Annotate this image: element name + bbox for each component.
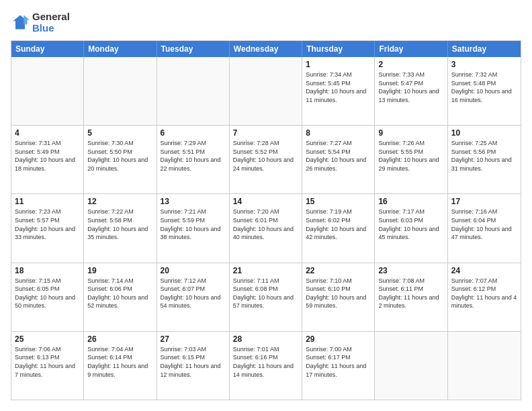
calendar-header-cell: Friday	[375, 41, 447, 57]
day-info: Sunrise: 7:15 AMSunset: 6:05 PMDaylight:…	[15, 277, 80, 310]
day-number: 18	[15, 266, 80, 275]
calendar-cell: 8Sunrise: 7:27 AMSunset: 5:54 PMDaylight…	[302, 126, 375, 193]
day-info: Sunrise: 7:29 AMSunset: 5:51 PMDaylight:…	[161, 139, 226, 173]
calendar-cell: 1Sunrise: 7:34 AMSunset: 5:45 PMDaylight…	[302, 57, 375, 125]
calendar-cell: 21Sunrise: 7:11 AMSunset: 6:08 PMDayligh…	[230, 263, 302, 331]
day-number: 29	[306, 334, 371, 344]
day-info: Sunrise: 7:14 AMSunset: 6:06 PMDaylight:…	[87, 277, 152, 310]
day-number: 12	[87, 197, 152, 206]
day-info: Sunrise: 7:21 AMSunset: 5:59 PMDaylight:…	[161, 208, 226, 241]
day-number: 15	[306, 197, 371, 206]
day-info: Sunrise: 7:20 AMSunset: 6:01 PMDaylight:…	[233, 208, 298, 241]
calendar-cell: 5Sunrise: 7:30 AMSunset: 5:50 PMDaylight…	[84, 126, 157, 193]
day-info: Sunrise: 7:26 AMSunset: 5:55 PMDaylight:…	[378, 139, 443, 173]
calendar-cell: 28Sunrise: 7:01 AMSunset: 6:16 PMDayligh…	[230, 332, 302, 400]
day-info: Sunrise: 7:30 AMSunset: 5:50 PMDaylight:…	[87, 139, 152, 173]
calendar-cell: 15Sunrise: 7:19 AMSunset: 6:02 PMDayligh…	[302, 194, 375, 262]
day-number: 11	[15, 197, 80, 206]
calendar-header-cell: Sunday	[11, 41, 84, 57]
calendar-week: 11Sunrise: 7:23 AMSunset: 5:57 PMDayligh…	[11, 194, 521, 263]
day-info: Sunrise: 7:33 AMSunset: 5:47 PMDaylight:…	[378, 71, 443, 104]
calendar-cell: 16Sunrise: 7:17 AMSunset: 6:03 PMDayligh…	[375, 194, 447, 262]
day-info: Sunrise: 7:12 AMSunset: 6:07 PMDaylight:…	[161, 277, 226, 310]
day-number: 17	[451, 197, 517, 206]
calendar-cell: 7Sunrise: 7:28 AMSunset: 5:52 PMDaylight…	[230, 126, 302, 193]
day-info: Sunrise: 7:00 AMSunset: 6:17 PMDaylight:…	[306, 345, 371, 379]
header: General Blue	[11, 11, 521, 34]
calendar-cell	[11, 57, 84, 125]
calendar-cell: 25Sunrise: 7:06 AMSunset: 6:13 PMDayligh…	[11, 332, 84, 400]
day-number: 27	[161, 334, 226, 344]
calendar-header-cell: Saturday	[448, 41, 521, 57]
calendar-cell: 24Sunrise: 7:07 AMSunset: 6:12 PMDayligh…	[448, 263, 521, 331]
calendar-week: 4Sunrise: 7:31 AMSunset: 5:49 PMDaylight…	[11, 126, 521, 194]
day-number: 25	[15, 334, 80, 344]
day-number: 22	[306, 266, 371, 275]
calendar-header-cell: Monday	[84, 41, 157, 57]
calendar-header-cell: Tuesday	[157, 41, 230, 57]
calendar-cell: 10Sunrise: 7:25 AMSunset: 5:56 PMDayligh…	[448, 126, 521, 193]
day-info: Sunrise: 7:16 AMSunset: 6:04 PMDaylight:…	[451, 208, 517, 241]
day-number: 4	[15, 128, 80, 138]
day-info: Sunrise: 7:25 AMSunset: 5:56 PMDaylight:…	[451, 139, 517, 173]
calendar-cell: 17Sunrise: 7:16 AMSunset: 6:04 PMDayligh…	[448, 194, 521, 262]
calendar-cell: 29Sunrise: 7:00 AMSunset: 6:17 PMDayligh…	[302, 332, 375, 400]
day-info: Sunrise: 7:01 AMSunset: 6:16 PMDaylight:…	[233, 345, 298, 379]
day-number: 8	[306, 128, 371, 138]
day-info: Sunrise: 7:31 AMSunset: 5:49 PMDaylight:…	[15, 139, 80, 173]
calendar-cell	[230, 57, 302, 125]
calendar-cell: 12Sunrise: 7:22 AMSunset: 5:58 PMDayligh…	[84, 194, 157, 262]
calendar-cell	[375, 332, 447, 400]
logo-text: General Blue	[32, 11, 70, 34]
calendar-week: 18Sunrise: 7:15 AMSunset: 6:05 PMDayligh…	[11, 263, 521, 332]
day-info: Sunrise: 7:23 AMSunset: 5:57 PMDaylight:…	[15, 208, 80, 241]
calendar-cell: 18Sunrise: 7:15 AMSunset: 6:05 PMDayligh…	[11, 263, 84, 331]
day-info: Sunrise: 7:17 AMSunset: 6:03 PMDaylight:…	[378, 208, 443, 241]
calendar-cell	[157, 57, 230, 125]
day-info: Sunrise: 7:10 AMSunset: 6:10 PMDaylight:…	[306, 277, 371, 310]
day-info: Sunrise: 7:08 AMSunset: 6:11 PMDaylight:…	[378, 277, 443, 310]
day-info: Sunrise: 7:19 AMSunset: 6:02 PMDaylight:…	[306, 208, 371, 241]
day-info: Sunrise: 7:06 AMSunset: 6:13 PMDaylight:…	[15, 345, 80, 379]
calendar-week: 1Sunrise: 7:34 AMSunset: 5:45 PMDaylight…	[11, 57, 521, 126]
day-info: Sunrise: 7:03 AMSunset: 6:15 PMDaylight:…	[161, 345, 226, 379]
day-number: 24	[451, 266, 517, 275]
day-number: 13	[161, 197, 226, 206]
calendar-cell: 6Sunrise: 7:29 AMSunset: 5:51 PMDaylight…	[157, 126, 230, 193]
day-number: 21	[233, 266, 298, 275]
calendar-cell: 2Sunrise: 7:33 AMSunset: 5:47 PMDaylight…	[375, 57, 447, 125]
day-info: Sunrise: 7:32 AMSunset: 5:48 PMDaylight:…	[451, 71, 517, 104]
calendar: SundayMondayTuesdayWednesdayThursdayFrid…	[11, 40, 521, 400]
svg-marker-1	[24, 15, 30, 25]
calendar-header-cell: Thursday	[302, 41, 375, 57]
calendar-cell: 9Sunrise: 7:26 AMSunset: 5:55 PMDaylight…	[375, 126, 447, 193]
day-number: 3	[451, 60, 517, 69]
day-number: 10	[451, 128, 517, 138]
calendar-cell	[448, 332, 521, 400]
calendar-cell: 26Sunrise: 7:04 AMSunset: 6:14 PMDayligh…	[84, 332, 157, 400]
day-number: 9	[378, 128, 443, 138]
calendar-cell: 14Sunrise: 7:20 AMSunset: 6:01 PMDayligh…	[230, 194, 302, 262]
calendar-cell: 23Sunrise: 7:08 AMSunset: 6:11 PMDayligh…	[375, 263, 447, 331]
day-number: 14	[233, 197, 298, 206]
day-info: Sunrise: 7:34 AMSunset: 5:45 PMDaylight:…	[306, 71, 371, 104]
page: General Blue SundayMondayTuesdayWednesda…	[0, 0, 532, 411]
day-number: 6	[161, 128, 226, 138]
day-info: Sunrise: 7:28 AMSunset: 5:52 PMDaylight:…	[233, 139, 298, 173]
calendar-cell: 27Sunrise: 7:03 AMSunset: 6:15 PMDayligh…	[157, 332, 230, 400]
day-number: 28	[233, 334, 298, 344]
day-number: 20	[161, 266, 226, 275]
calendar-cell: 4Sunrise: 7:31 AMSunset: 5:49 PMDaylight…	[11, 126, 84, 193]
day-info: Sunrise: 7:07 AMSunset: 6:12 PMDaylight:…	[451, 277, 517, 310]
calendar-header-cell: Wednesday	[230, 41, 302, 57]
day-number: 7	[233, 128, 298, 138]
calendar-cell: 11Sunrise: 7:23 AMSunset: 5:57 PMDayligh…	[11, 194, 84, 262]
day-info: Sunrise: 7:22 AMSunset: 5:58 PMDaylight:…	[87, 208, 152, 241]
logo-icon	[11, 13, 30, 32]
day-number: 26	[87, 334, 152, 344]
calendar-cell: 20Sunrise: 7:12 AMSunset: 6:07 PMDayligh…	[157, 263, 230, 331]
calendar-cell: 3Sunrise: 7:32 AMSunset: 5:48 PMDaylight…	[448, 57, 521, 125]
calendar-body: 1Sunrise: 7:34 AMSunset: 5:45 PMDaylight…	[11, 57, 521, 400]
day-info: Sunrise: 7:27 AMSunset: 5:54 PMDaylight:…	[306, 139, 371, 173]
day-info: Sunrise: 7:04 AMSunset: 6:14 PMDaylight:…	[87, 345, 152, 379]
